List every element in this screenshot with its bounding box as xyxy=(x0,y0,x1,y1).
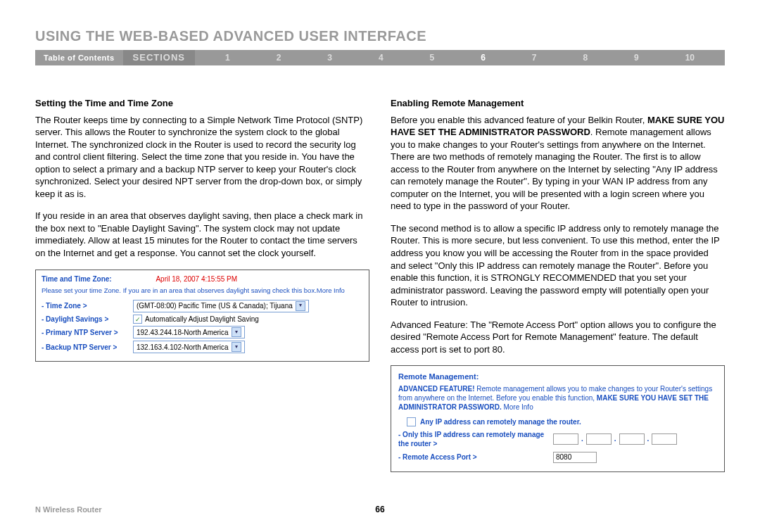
ip-octet-3[interactable] xyxy=(619,433,645,445)
daylight-checkbox[interactable]: ✓ xyxy=(133,315,142,324)
section-link-2[interactable]: 2 xyxy=(277,53,281,63)
timezone-label: - Time Zone > xyxy=(42,301,133,311)
primary-ntp-value: 192.43.244.18-North America xyxy=(137,328,229,338)
section-link-4[interactable]: 4 xyxy=(379,53,384,63)
backup-ntp-label: - Backup NTP Server > xyxy=(42,343,133,353)
page-title: USING THE WEB-BASED ADVANCED USER INTERF… xyxy=(35,28,725,44)
section-numbers: 1 2 3 4 5 6 7 8 9 10 xyxy=(195,53,725,63)
anyip-label: Any IP address can remotely manage the r… xyxy=(420,417,581,427)
primary-ntp-label: - Primary NTP Server > xyxy=(42,328,133,338)
remote-port-input[interactable]: 8080 xyxy=(553,452,597,463)
timezone-note: Please set your time Zone. If you are in… xyxy=(42,286,363,296)
section-link-7[interactable]: 7 xyxy=(532,53,537,63)
footer-product: N Wireless Router xyxy=(35,505,102,514)
section-navbar: Table of Contents SECTIONS 1 2 3 4 5 6 7… xyxy=(35,50,725,65)
remote-panel-title: Remote Management: xyxy=(398,372,717,382)
page-footer: N Wireless Router 66 xyxy=(35,505,725,514)
primary-ntp-select[interactable]: 192.43.244.18-North America ▾ xyxy=(133,326,245,338)
anyip-checkbox[interactable] xyxy=(407,417,416,426)
current-datetime: April 18, 2007 4:15:55 PM xyxy=(156,275,237,283)
time-heading: Setting the Time and Time Zone xyxy=(35,97,369,110)
sections-label: SECTIONS xyxy=(123,50,195,65)
port-label: - Remote Access Port > xyxy=(398,452,553,462)
remote-management-panel: Remote Management: ADVANCED FEATURE! Rem… xyxy=(391,365,725,471)
remote-paragraph-3: Advanced Feature: The "Remote Access Por… xyxy=(391,319,725,356)
section-link-1[interactable]: 1 xyxy=(225,53,230,63)
time-paragraph-2: If you reside in an area that observes d… xyxy=(35,210,369,259)
page-number: 66 xyxy=(375,505,384,514)
timezone-value: (GMT-08:00) Pacific Time (US & Canada); … xyxy=(137,301,293,311)
daylight-label: - Daylight Savings > xyxy=(42,315,133,324)
toc-link[interactable]: Table of Contents xyxy=(35,53,123,62)
section-link-10[interactable]: 10 xyxy=(685,53,695,63)
section-link-3[interactable]: 3 xyxy=(327,53,332,63)
time-zone-panel: Time and Time Zone: April 18, 2007 4:15:… xyxy=(35,270,369,362)
section-link-9[interactable]: 9 xyxy=(634,53,639,63)
daylight-text: Automatically Adjust Daylight Saving xyxy=(145,315,259,324)
remote-paragraph-2: The second method is to allow a specific… xyxy=(391,222,725,309)
ip-octet-4[interactable] xyxy=(652,433,677,445)
remote-paragraph-1: Before you enable this advanced feature … xyxy=(391,114,725,213)
chevron-down-icon: ▾ xyxy=(296,301,305,311)
section-link-5[interactable]: 5 xyxy=(430,53,435,63)
left-column: Setting the Time and Time Zone The Route… xyxy=(35,97,369,472)
time-paragraph-1: The Router keeps time by connecting to a… xyxy=(35,114,369,201)
section-link-8[interactable]: 8 xyxy=(583,53,588,63)
right-column: Enabling Remote Management Before you en… xyxy=(391,97,725,472)
backup-ntp-select[interactable]: 132.163.4.102-North America ▾ xyxy=(133,341,245,353)
chevron-down-icon: ▾ xyxy=(232,327,241,337)
backup-ntp-value: 132.163.4.102-North America xyxy=(137,343,229,353)
section-link-6[interactable]: 6 xyxy=(481,53,486,63)
ip-octet-2[interactable] xyxy=(586,433,612,445)
onlyip-label: - Only this IP address can remotely mana… xyxy=(398,430,553,449)
timezone-select[interactable]: (GMT-08:00) Pacific Time (US & Canada); … xyxy=(133,300,309,312)
remote-heading: Enabling Remote Management xyxy=(391,97,725,110)
chevron-down-icon: ▾ xyxy=(232,342,241,352)
timezone-title: Time and Time Zone: xyxy=(42,275,112,283)
ip-octet-1[interactable] xyxy=(553,433,578,445)
remote-panel-desc: ADVANCED FEATURE! Remote management allo… xyxy=(398,384,717,412)
